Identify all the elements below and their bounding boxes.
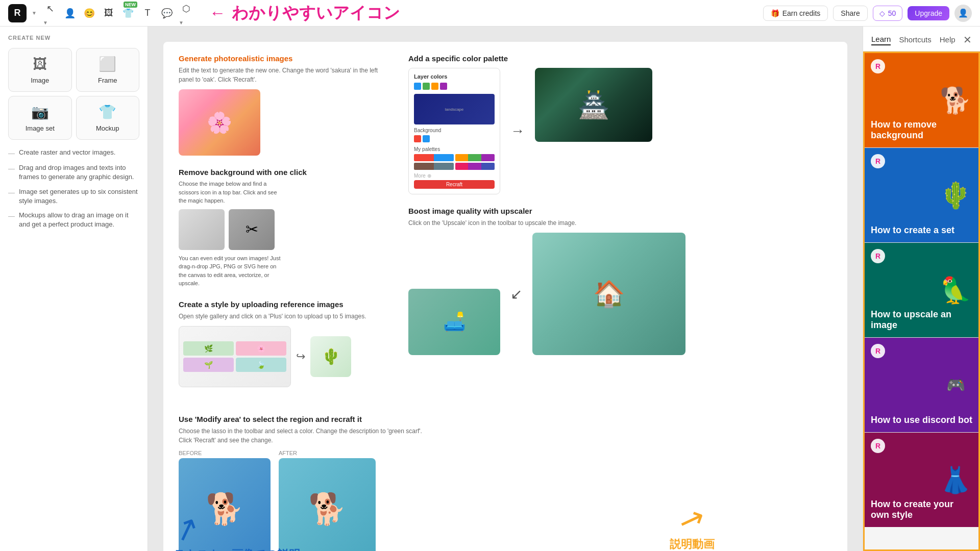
remove-bg-img-1 [179,209,225,250]
learn-card-discord[interactable]: R 🎮 How to use discord bot [865,338,978,432]
canvas-area[interactable]: Generate photorealistic images Edit the … [148,27,863,551]
pink-arrow-icon: ← [209,4,226,22]
text-tool-btn[interactable]: T [139,5,156,22]
canvas-content: Generate photorealistic images Edit the … [163,42,847,551]
feature-text-0: Create raster and vector images. [19,148,115,157]
left-col: Generate photorealistic images Edit the … [179,54,393,399]
yellow-arrow-annotation: ↗ 説明動画 [670,501,715,552]
learn-card-remove-bg-inner: R 🐕 How to remove background [865,53,978,147]
learn-card-create-set[interactable]: R 🌵 How to create a set [865,148,978,242]
person-icon: 👤 [64,8,76,19]
card-title-discord: How to use discord bot [871,415,972,426]
more-label: More ⊕ [414,173,495,179]
left-panel: CREATE NEW 🖼 Image ⬜ Frame 📷 Image set 👕… [0,27,148,551]
card-title-own-style: How to create your own style [871,499,972,521]
new-badge: NEW [124,2,137,8]
main-layout: CREATE NEW 🖼 Image ⬜ Frame 📷 Image set 👕… [0,27,980,551]
generate-images-row [179,89,393,156]
style-flower-1: 🌸 [236,341,286,356]
generate-section: Generate photorealistic images Edit the … [179,54,393,156]
select-dropdown[interactable]: ▼ [42,19,49,27]
logo-button[interactable]: R [8,4,27,22]
layer-swatches [414,83,495,90]
create-image-item[interactable]: 🖼 Image [8,48,72,92]
create-mockup-item[interactable]: 👕 Mockup [76,96,140,140]
learn-card-own-style-inner: R 👗 How to create your own style [865,433,978,527]
right-panel-tabs: Learn Shortcuts Help [871,35,955,45]
feature-item-0: — Create raster and vector images. [8,148,139,158]
share-button[interactable]: Share [833,6,867,21]
panel-title: CREATE NEW [8,35,139,41]
palette-2 [455,154,495,161]
feature-item-2: — Image set generates up to six consiste… [8,187,139,206]
earn-credits-label: Earn credits [782,9,821,17]
more-tool-btn[interactable]: ⬡ [178,0,195,17]
chat-icon: 💬 [161,8,173,19]
create-style-section: Create a style by uploading reference im… [179,300,393,387]
image-icon: 🖼 [104,8,113,18]
tab-help[interactable]: Help [940,35,955,45]
dash-icon-0: — [8,149,15,158]
card-icon-discord: R [871,344,885,358]
swatch-green [423,83,430,90]
logo-dropdown[interactable]: ▼ [31,9,38,17]
my-palettes-label: My palettes [414,146,495,152]
swatch-blue [414,83,421,90]
image-create-label: Image [31,77,49,84]
mockup-icon: 👕 [122,8,134,19]
card-icon-upscale: R [871,249,885,263]
color-palette-section: Add a specific color palette Layer color… [408,54,832,194]
earn-credits-button[interactable]: 🎁 Earn credits [763,6,828,21]
card-title-create-set: How to create a set [871,225,954,236]
feature-item-3: — Mockups allow to drag an image on it a… [8,211,139,229]
learn-card-own-style[interactable]: R 👗 How to create your own style [865,433,978,527]
face-tool-btn[interactable]: 😊 [81,5,98,22]
upscale-section: Boost image quality with upscaler Click … [408,207,832,355]
learn-card-create-set-inner: R 🌵 How to create a set [865,148,978,242]
face-icon: 😊 [84,8,95,19]
palette-1 [414,154,454,161]
remove-bg-section: Remove background with one click Choose … [179,168,393,288]
tab-learn[interactable]: Learn [871,35,891,45]
user-avatar[interactable]: 👤 [954,5,972,22]
top-row: Generate photorealistic images Edit the … [179,54,832,399]
create-style-desc: Open style gallery and click on a 'Plus'… [179,312,393,321]
topbar: R ▼ ↖ ▼ 👤 😊 🖼 👕 NEW T [0,0,980,27]
gift-icon: 🎁 [771,9,779,17]
my-palettes-grid [414,154,495,170]
card-title-remove-bg: How to remove background [871,119,972,141]
image-create-icon: 🖼 [33,56,47,72]
tab-shortcuts[interactable]: Shortcuts [899,35,931,45]
scissors-icon: ✂ [246,220,258,238]
toolbar-tools: ↖ ▼ 👤 😊 🖼 👕 NEW T 💬 ⬡ [42,0,195,27]
right-panel-close[interactable]: ✕ [963,34,972,46]
image-tool-btn[interactable]: 🖼 [100,5,117,22]
blue-arrow-icon: ↗ [168,508,205,550]
room-before-image: 🛋️ [408,289,500,355]
bg-swatches [414,135,495,142]
upscale-images-row: 🛋️ ↙ 🏠 [408,233,832,355]
create-imageset-item[interactable]: 📷 Image set [8,96,72,140]
learn-card-upscale[interactable]: R 🦜 How to upscale an image [865,243,978,337]
japanese-title: わかりやすいアイコン [232,2,400,24]
person-tool-btn[interactable]: 👤 [61,5,79,22]
learn-card-remove-bg[interactable]: R 🐕 How to remove background [865,53,978,147]
palette-4 [455,163,495,170]
palette-landscape-thumb: landscape [414,94,495,124]
more-dropdown[interactable]: ▼ [178,19,185,27]
logo-dropdown-arrow[interactable]: ▼ [31,9,38,17]
learn-cards-list: R 🐕 How to remove background R 🌵 How to … [863,52,980,551]
select-tool-btn[interactable]: ↖ [42,0,59,17]
share-label: Share [841,9,860,17]
upgrade-button[interactable]: Upgrade [908,6,949,20]
create-frame-item[interactable]: ⬜ Frame [76,48,140,92]
select-icon: ↖ [46,3,54,14]
recraft-button[interactable]: Recraft [414,180,495,189]
palette-3 [414,163,454,170]
upgrade-label: Upgrade [915,9,942,17]
style-gallery-image: 🌿 🌸 🌱 🍃 [179,326,291,387]
blue-caption: テキスト・画像での説明 [174,547,300,552]
credits-button[interactable]: ◇ 50 [873,6,903,21]
chat-tool-btn[interactable]: 💬 [158,5,176,22]
frame-create-label: Frame [98,77,117,84]
